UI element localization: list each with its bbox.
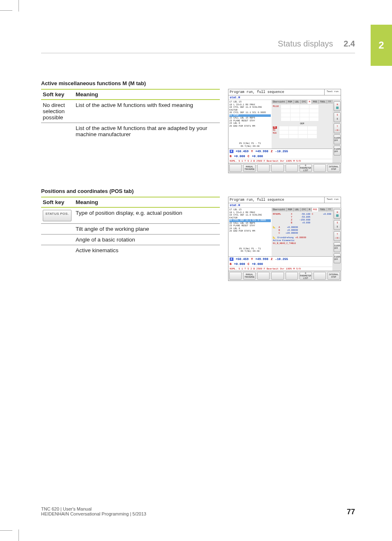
- softkey-cell: [41, 123, 74, 140]
- crop-mark: [18, 529, 19, 541]
- graphics-line: 0% Y(Nm) 09:48: [229, 250, 271, 253]
- coord-row-1: X+50.459 Y+49.998 Z-10.255: [228, 149, 332, 154]
- crop-mark: [0, 530, 12, 531]
- basic-rotation-value: +0.00000: [295, 236, 306, 239]
- softkey: [286, 164, 298, 172]
- right-button-f100: F100% OFF: [334, 253, 341, 263]
- m-item: M28: [273, 132, 277, 135]
- col-header-softkey: Soft key: [41, 197, 74, 207]
- tab: POS: [312, 100, 319, 104]
- status-line: NOML. S 1 T S 2 B 2500 F Bearbeit Ovr 10…: [228, 267, 332, 271]
- tab-active: POS: [312, 208, 319, 211]
- tab: TT: [327, 100, 333, 104]
- coord-c: +0.000: [252, 262, 263, 266]
- page-footer: TNC 620 | User's Manual HEIDENHAIN Conve…: [41, 506, 355, 516]
- softkey-row: MANUAL TRAVERSE 0 PARAMETER LIST INTERNA…: [228, 163, 341, 173]
- pos-header: RFNOML: [273, 213, 289, 216]
- right-button-s100: S100% OFF: [334, 135, 341, 144]
- tab: CYC: [301, 208, 308, 211]
- coord-row-2: B+0.000 C+0.000: [228, 262, 332, 267]
- meaning-cell: Active kinematics: [74, 245, 220, 256]
- right-button-s100: S100% OFF: [334, 242, 341, 252]
- right-button-f100: F100% OFF: [334, 146, 341, 156]
- coord-row-1: X+50.459 Y+49.998 Z-10.255: [228, 256, 332, 262]
- tab: TT: [327, 208, 333, 211]
- table-row: Tilt angle of the working plane: [41, 224, 220, 235]
- softkey: 0 PARAMETER LIST: [300, 164, 312, 172]
- kinematic-value: 01_B_HEAD_C_TABLE: [273, 242, 331, 245]
- scr-title-side: Test run: [324, 197, 341, 203]
- header-section-number: 2.4: [344, 39, 355, 48]
- m-item: M3: [273, 129, 277, 132]
- tab-content-m: M110 OEM: [272, 104, 332, 149]
- screenshot-m-tab: Program run, full sequence Test run stat…: [228, 89, 341, 173]
- program-listing: 17 LBL 15 18 L IX+0.1 R0 FMAX 19 CYCL DE…: [228, 100, 272, 149]
- section-title-pos: Positions and coordinates (POS tab): [41, 188, 355, 194]
- softkey: 0 PARAMETER LIST: [300, 272, 312, 280]
- m-tab-table: Soft key Meaning No direct selection pos…: [41, 89, 220, 139]
- status-line: NOML. S 1 T S 2 B 2500 F Bearbeit Ovr 10…: [228, 159, 332, 163]
- right-button: T←⊕→: [334, 231, 341, 241]
- softkey: [257, 164, 270, 172]
- graphics-line: 0% Y(Nm) 09:48: [229, 145, 271, 148]
- col-header-softkey: Soft key: [41, 89, 74, 100]
- coord-b: +0.000: [234, 262, 245, 266]
- right-button-column: M S⇕ T←⊕→ S100% OFF F100% OFF: [332, 208, 342, 271]
- section-title-m: Active miscellaneous functions M (M tab): [41, 80, 355, 86]
- softkey: [229, 164, 242, 172]
- table-row: Angle of a basic rotation: [41, 235, 220, 245]
- right-button: S⇕: [334, 220, 341, 230]
- scr-title-side: Test run: [324, 89, 341, 95]
- basic-rotation-label: Grunddrehung: [277, 236, 294, 239]
- softkey: INTERNAL STOP: [327, 272, 340, 280]
- tab: LBL: [294, 208, 301, 211]
- softkey: MANUAL TRAVERSE: [243, 272, 256, 280]
- scr-tabs: Übersicht PGM LBL CYC M POS TOOL TT: [272, 208, 332, 211]
- col-header-meaning: Meaning: [74, 197, 220, 207]
- footer-line-1: TNC 620 | User's Manual: [41, 506, 146, 511]
- page-number: 77: [347, 508, 355, 516]
- table-row: No direct selection possible List of the…: [41, 100, 220, 123]
- chapter-tab: 2: [371, 25, 392, 66]
- tab: PGM: [287, 100, 294, 104]
- page-header: Status displays 2.4: [41, 39, 355, 53]
- tab: Übersicht: [272, 208, 287, 211]
- pos-tab-table: Soft key Meaning STATUS POS. Type of pos…: [41, 197, 220, 255]
- crop-mark: [18, 0, 19, 12]
- softkey: MANUAL TRAVERSE: [243, 164, 256, 172]
- m-grid-right: [279, 126, 317, 138]
- m-label: M110: [273, 105, 279, 121]
- scr-title: Program run, full sequence: [228, 89, 324, 95]
- meaning-cell: List of the active M functions that are …: [74, 123, 220, 140]
- coord-c: +0.000: [252, 155, 263, 158]
- meaning-cell: Angle of a basic rotation: [74, 235, 220, 245]
- footer-line-2: HEIDENHAIN Conversational Programming | …: [41, 511, 146, 516]
- tab-content-pos: RFNOMLX-50.100C+0.000 Y-53.805 Z-150.000…: [272, 211, 332, 256]
- table-row: List of the active M functions that are …: [41, 123, 220, 140]
- meaning-cell: Type of position display, e.g. actual po…: [74, 207, 220, 224]
- meaning-cell: List of the active M functions with fixe…: [74, 100, 220, 123]
- prog-line: 25 END PGM STAT1 MM: [229, 230, 271, 233]
- coord-y: +49.998: [256, 150, 269, 153]
- tab: Übersicht: [272, 100, 287, 104]
- coord-y: +49.998: [256, 258, 269, 261]
- coord-b: +0.000: [234, 155, 245, 158]
- tab: CYC: [301, 100, 308, 104]
- scr-subtitle: stat.H: [228, 203, 341, 208]
- program-listing: 17 LBL 15 18 L IX+0.1 R0 FMAX 19 CYCL DE…: [228, 208, 272, 256]
- header-title: Status displays: [278, 39, 333, 48]
- softkey: INTERNAL STOP: [327, 164, 340, 172]
- scr-tabs: Übersicht PGM LBL CYC M POS TOOL TT: [272, 100, 332, 104]
- kinematic-label: Active Kinematic: [273, 239, 331, 242]
- softkey-row: MANUAL TRAVERSE 0 PARAMETER LIST INTERNA…: [228, 271, 341, 281]
- tab: PGM: [287, 208, 294, 211]
- table-row: Active kinematics: [41, 245, 220, 256]
- m-item: M1: [273, 126, 277, 129]
- tab: TOOL: [319, 208, 327, 211]
- col-header-meaning: Meaning: [74, 89, 220, 100]
- oem-label: OEM: [273, 122, 331, 125]
- prog-line: 25 END PGM STAT1 MM: [229, 125, 271, 128]
- coord-row-2: B+0.000 C+0.000: [228, 154, 332, 159]
- softkey: [314, 164, 326, 172]
- coord-z: -10.255: [275, 150, 288, 153]
